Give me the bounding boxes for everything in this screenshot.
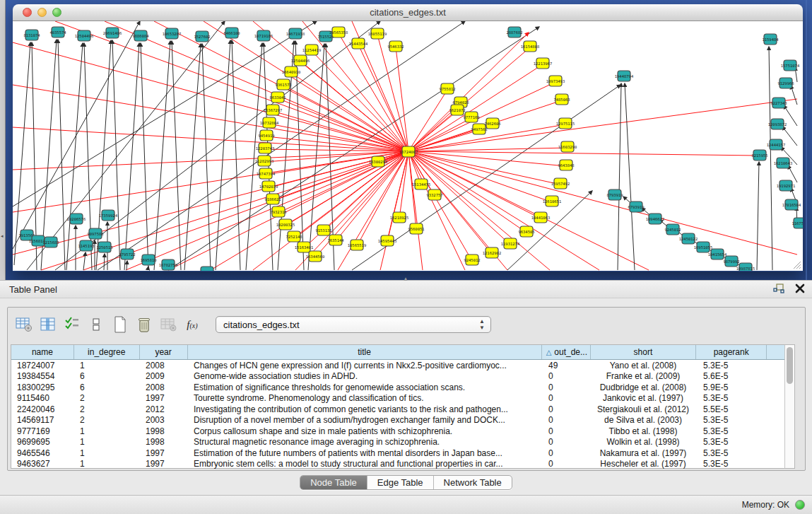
network-canvas[interactable]: 8131074403557412504496206914069886084106…	[13, 21, 803, 271]
cell-title[interactable]: Genome-wide association studies in ADHD.	[188, 371, 543, 381]
cell-short[interactable]: Hescheler et al. (1997)	[592, 459, 698, 469]
cell-short[interactable]: Stergiakouli et al. (2012)	[592, 404, 698, 414]
cell-short[interactable]: Dudbridge et al. (2008)	[592, 382, 698, 392]
cell-in-degree[interactable]: 2	[74, 393, 140, 403]
cell-title[interactable]: Corpus callosum shape and size in male p…	[188, 426, 543, 436]
cell-name[interactable]: 9115460	[11, 393, 74, 403]
cell-pagerank[interactable]: 5.9E-5	[698, 382, 768, 392]
table-panel-titlebar[interactable]: ▲ Table Panel	[0, 280, 812, 298]
column-header-year[interactable]: year	[140, 345, 188, 359]
row-height-icon[interactable]	[86, 314, 107, 335]
cell-year[interactable]: 1997	[140, 393, 188, 403]
cell-in-degree[interactable]: 6	[74, 382, 140, 392]
delete-rows-icon[interactable]	[134, 314, 155, 335]
new-table-icon[interactable]	[110, 314, 131, 335]
minimize-window-icon[interactable]	[37, 8, 47, 17]
table-row[interactable]: 2242004622012Investigating the contribut…	[11, 404, 793, 415]
cell-year[interactable]: 1998	[140, 426, 188, 436]
cell-name[interactable]: 18300295	[11, 382, 74, 392]
network-window[interactable]: citations_edges.txt 81310744035574125044…	[13, 4, 803, 271]
cell-pagerank[interactable]: 5.6E-5	[698, 371, 768, 381]
table-row[interactable]: 946554611997Estimation of the future num…	[11, 448, 793, 459]
cell-out-de-[interactable]: 0	[543, 415, 592, 425]
citation-network-graph[interactable]: 8131074403557412504496206914069886084106…	[13, 21, 803, 271]
table-row[interactable]: 946362711997Embryonic stem cells: a mode…	[11, 459, 793, 470]
float-panel-icon[interactable]	[773, 283, 785, 294]
table-row[interactable]: 977716911998Corpus callosum shape and si…	[11, 426, 793, 437]
column-header-pagerank[interactable]: pagerank	[696, 345, 767, 359]
table-row[interactable]: 1872400712008Changes of HCN gene express…	[11, 360, 793, 371]
cell-title[interactable]: Changes of HCN gene expression and I(f) …	[188, 361, 543, 370]
close-window-icon[interactable]	[23, 8, 32, 17]
cell-year[interactable]: 2008	[140, 361, 188, 370]
cell-title[interactable]: Structural magnetic resonance image aver…	[188, 437, 543, 447]
tab-edge-table[interactable]: Edge Table	[367, 476, 434, 489]
cell-in-degree[interactable]: 2	[74, 404, 140, 414]
cell-name[interactable]: 9699695	[11, 437, 74, 447]
cell-year[interactable]: 1997	[140, 459, 188, 469]
cell-title[interactable]: Investigating the contribution of common…	[188, 404, 543, 414]
scrollbar-thumb[interactable]	[787, 347, 793, 384]
table-selector-dropdown[interactable]: citations_edges.txt ▲▼	[216, 316, 491, 333]
cell-pagerank[interactable]: 5.3E-5	[698, 426, 768, 436]
tab-node-table[interactable]: Node Table	[300, 476, 367, 489]
table-settings-icon[interactable]	[13, 314, 35, 335]
cell-year[interactable]: 1998	[140, 437, 188, 447]
cell-in-degree[interactable]: 6	[74, 371, 140, 381]
column-header-in-degree[interactable]: in_degree	[74, 345, 140, 359]
close-panel-icon[interactable]	[795, 284, 805, 293]
cell-in-degree[interactable]: 1	[74, 426, 140, 436]
cell-pagerank[interactable]: 5.3E-5	[698, 415, 768, 425]
cell-short[interactable]: de Silva et al. (2003)	[592, 415, 698, 425]
cell-out-de-[interactable]: 0	[543, 437, 592, 447]
cell-title[interactable]: Estimation of the future numbers of pati…	[188, 448, 543, 458]
table-row[interactable]: 969969511998Structural magnetic resonanc…	[11, 437, 793, 448]
cell-pagerank[interactable]: 5.5E-5	[698, 404, 768, 414]
cell-year[interactable]: 2003	[140, 415, 188, 425]
cell-out-de-[interactable]: 0	[543, 393, 592, 403]
table-body[interactable]: 1872400712008Changes of HCN gene express…	[11, 360, 793, 469]
cell-name[interactable]: 14569117	[11, 415, 74, 425]
zoom-window-icon[interactable]	[52, 8, 61, 17]
cell-in-degree[interactable]: 2	[74, 415, 140, 425]
cell-out-de-[interactable]: 0	[543, 404, 592, 414]
cell-name[interactable]: 9463627	[11, 459, 74, 469]
delete-table-icon[interactable]	[158, 314, 179, 335]
cell-title[interactable]: Disruption of a novel member of a sodium…	[188, 415, 543, 425]
cell-out-de-[interactable]: 0	[543, 448, 592, 458]
cell-in-degree[interactable]: 1	[74, 361, 140, 370]
cell-pagerank[interactable]: 5.3E-5	[698, 437, 768, 447]
node-table[interactable]: namein_degreeyeartitle△out_de...shortpag…	[11, 344, 794, 469]
cell-pagerank[interactable]: 5.3E-5	[698, 393, 768, 403]
cell-year[interactable]: 2012	[140, 404, 188, 414]
table-row[interactable]: 1830029562008Estimation of significance …	[11, 382, 793, 393]
cell-name[interactable]: 22420046	[11, 404, 74, 414]
table-row[interactable]: 911546021997Tourette syndrome. Phenomeno…	[11, 393, 793, 404]
panel-expand-arrow-icon[interactable]: ◂	[1, 233, 4, 239]
resize-grip-icon[interactable]	[792, 259, 801, 269]
cell-in-degree[interactable]: 1	[74, 459, 140, 469]
cell-out-de-[interactable]: 0	[543, 371, 592, 381]
cell-short[interactable]: Nakamura et al. (1997)	[592, 448, 698, 458]
cell-short[interactable]: Franke et al. (2009)	[592, 371, 698, 381]
column-header-out-de-[interactable]: △out_de...	[542, 345, 591, 359]
cell-pagerank[interactable]: 5.3E-5	[698, 459, 768, 469]
cell-name[interactable]: 9777169	[11, 426, 74, 436]
cell-out-de-[interactable]: 0	[543, 459, 592, 469]
network-window-titlebar[interactable]: citations_edges.txt	[13, 4, 803, 21]
cell-short[interactable]: Yano et al. (2008)	[592, 361, 698, 370]
table-header-row[interactable]: namein_degreeyeartitle△out_de...shortpag…	[11, 345, 793, 360]
cell-short[interactable]: Jankovic et al. (1997)	[592, 393, 698, 403]
table-columns-icon[interactable]	[37, 314, 59, 335]
splitter-handle-icon[interactable]: ▲	[400, 277, 411, 281]
cell-name[interactable]: 18724007	[11, 361, 74, 370]
cell-year[interactable]: 2008	[140, 382, 188, 392]
cell-out-de-[interactable]: 49	[543, 361, 592, 370]
cell-pagerank[interactable]: 5.3E-5	[698, 448, 768, 458]
cell-in-degree[interactable]: 1	[74, 448, 140, 458]
cell-pagerank[interactable]: 5.3E-5	[698, 361, 768, 370]
cell-name[interactable]: 9465546	[11, 448, 74, 458]
cell-in-degree[interactable]: 1	[74, 437, 140, 447]
cell-title[interactable]: Estimation of significance thresholds fo…	[188, 382, 543, 392]
column-header-name[interactable]: name	[11, 345, 74, 359]
